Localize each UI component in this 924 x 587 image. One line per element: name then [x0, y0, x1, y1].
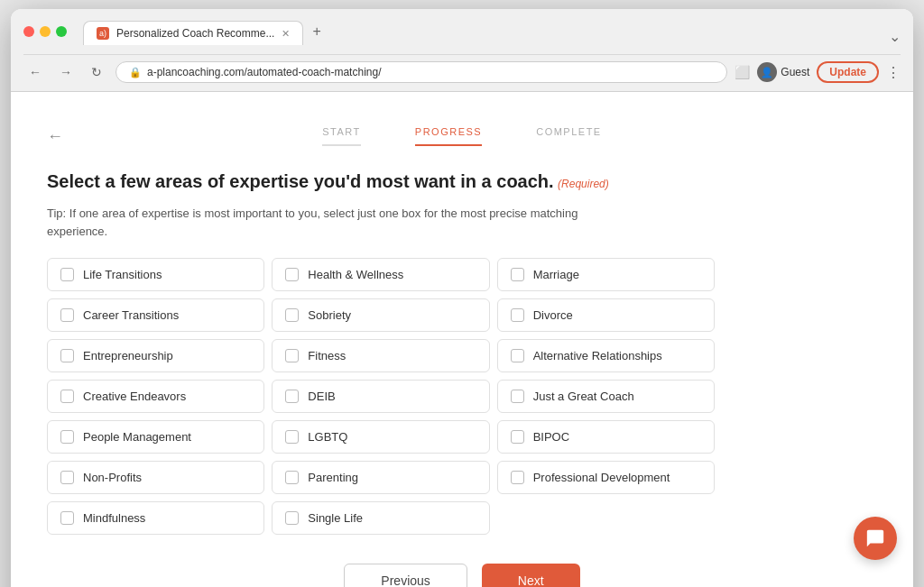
checkbox-box: [60, 471, 74, 484]
headline-container: Select a few areas of expertise you'd mo…: [47, 171, 877, 192]
checkbox-label: Career Transitions: [83, 308, 179, 322]
chat-icon: [865, 528, 885, 548]
next-button[interactable]: Next: [482, 564, 580, 587]
checkbox-label: Creative Endeavors: [83, 390, 186, 403]
checkbox-health-wellness[interactable]: Health & Wellness: [272, 258, 489, 291]
checkbox-box: [60, 511, 74, 525]
checkbox-label: Mindfulness: [83, 511, 145, 525]
checkbox-label: Marriage: [533, 268, 579, 281]
checkbox-label: People Management: [83, 430, 191, 444]
checkbox-just-a-great-coach[interactable]: Just a Great Coach: [497, 380, 715, 413]
screen-icon[interactable]: ⬜: [735, 65, 750, 79]
empty-cell: [497, 501, 715, 535]
checkbox-label: Alternative Relationships: [533, 349, 662, 362]
checkbox-box: [60, 268, 74, 281]
browser-menu-icon[interactable]: ⌄: [889, 28, 901, 45]
address-bar[interactable]: 🔒 a-plancoaching.com/automated-coach-mat…: [116, 61, 727, 83]
tip-text: Tip: If one area of expertise is most im…: [47, 205, 606, 240]
button-row: Previous Next: [47, 564, 877, 587]
step-complete[interactable]: COMPLETE: [536, 126, 602, 146]
checkbox-box: [60, 349, 74, 362]
checkbox-mindfulness[interactable]: Mindfulness: [47, 501, 264, 535]
checkbox-box: [285, 511, 299, 525]
checkbox-non-profits[interactable]: Non-Profits: [47, 461, 264, 494]
active-tab[interactable]: a) Personalized Coach Recomme... ✕: [83, 21, 303, 45]
guest-avatar: 👤: [757, 62, 777, 82]
checkbox-sobriety[interactable]: Sobriety: [272, 298, 489, 332]
checkbox-box: [511, 390, 524, 403]
checkbox-label: Fitness: [308, 349, 346, 362]
browser-titlebar: a) Personalized Coach Recomme... ✕ + ⌄ ←…: [11, 9, 913, 92]
browser-window: a) Personalized Coach Recomme... ✕ + ⌄ ←…: [11, 9, 913, 587]
checkbox-box: [285, 430, 299, 444]
expertise-grid: Life Transitions Health & Wellness Marri…: [47, 258, 715, 535]
checkbox-box: [511, 308, 524, 322]
progress-nav: ← START PROGRESS COMPLETE: [47, 110, 877, 146]
checkbox-box: [285, 390, 299, 403]
reload-button[interactable]: ↻: [85, 60, 108, 84]
nav-right-controls: ⬜ 👤 Guest Update ⋮: [735, 61, 901, 83]
checkbox-box: [285, 268, 299, 281]
step-start[interactable]: START: [322, 126, 361, 146]
checkbox-label: Entrepreneurship: [83, 349, 173, 362]
checkbox-label: Health & Wellness: [308, 268, 403, 281]
headline-text: Select a few areas of expertise you'd mo…: [47, 171, 554, 191]
checkbox-life-transitions[interactable]: Life Transitions: [47, 258, 264, 291]
required-label: (Required): [558, 178, 609, 190]
checkbox-label: Parenting: [308, 471, 358, 484]
checkbox-label: DEIB: [308, 390, 335, 403]
forward-nav-button[interactable]: →: [54, 60, 78, 84]
checkbox-label: Divorce: [533, 308, 573, 322]
guest-label: Guest: [781, 66, 809, 78]
maximize-button[interactable]: [56, 26, 67, 37]
step-progress[interactable]: PROGRESS: [415, 126, 482, 146]
checkbox-creative-endeavors[interactable]: Creative Endeavors: [47, 380, 264, 413]
browser-options-icon[interactable]: ⋮: [886, 64, 901, 81]
tab-bar: a) Personalized Coach Recomme... ✕ + ⌄: [83, 18, 901, 45]
checkbox-alternative-relationships[interactable]: Alternative Relationships: [497, 339, 715, 372]
checkbox-divorce[interactable]: Divorce: [497, 298, 715, 332]
checkbox-label: Single Life: [308, 511, 363, 525]
checkbox-entrepreneurship[interactable]: Entrepreneurship: [47, 339, 264, 372]
new-tab-button[interactable]: +: [303, 18, 329, 45]
guest-account-button[interactable]: 👤 Guest: [757, 62, 809, 82]
checkbox-professional-development[interactable]: Professional Development: [497, 461, 715, 494]
update-button[interactable]: Update: [817, 61, 879, 83]
checkbox-label: Professional Development: [533, 471, 670, 484]
checkbox-box: [60, 390, 74, 403]
checkbox-fitness[interactable]: Fitness: [272, 339, 489, 372]
checkbox-single-life[interactable]: Single Life: [272, 501, 489, 535]
nav-bar: ← → ↻ 🔒 a-plancoaching.com/automated-coa…: [23, 54, 901, 91]
checkbox-label: Sobriety: [308, 308, 351, 322]
back-nav-button[interactable]: ←: [23, 60, 47, 84]
window-controls: [23, 26, 67, 37]
chat-bubble-button[interactable]: [854, 517, 897, 560]
back-arrow-button[interactable]: ←: [47, 127, 63, 146]
checkbox-career-transitions[interactable]: Career Transitions: [47, 298, 264, 332]
checkbox-label: Just a Great Coach: [533, 390, 634, 403]
checkbox-box: [511, 268, 524, 281]
checkbox-box: [285, 349, 299, 362]
checkbox-lgbtq[interactable]: LGBTQ: [272, 420, 489, 454]
lock-icon: 🔒: [129, 67, 142, 78]
checkbox-label: Non-Profits: [83, 471, 142, 484]
checkbox-bipoc[interactable]: BIPOC: [497, 420, 715, 454]
checkbox-parenting[interactable]: Parenting: [272, 461, 489, 494]
checkbox-box: [60, 430, 74, 444]
checkbox-box: [285, 471, 299, 484]
checkbox-label: BIPOC: [533, 430, 569, 444]
tab-title: Personalized Coach Recomme...: [116, 27, 274, 40]
checkbox-marriage[interactable]: Marriage: [497, 258, 715, 291]
minimize-button[interactable]: [40, 26, 51, 37]
previous-button[interactable]: Previous: [344, 564, 467, 587]
close-button[interactable]: [23, 26, 34, 37]
page-content: ← START PROGRESS COMPLETE Select a few a…: [11, 92, 913, 587]
tab-close-icon[interactable]: ✕: [282, 28, 290, 40]
checkbox-box: [511, 349, 524, 362]
checkbox-people-management[interactable]: People Management: [47, 420, 264, 454]
checkbox-label: LGBTQ: [308, 430, 347, 444]
url-text: a-plancoaching.com/automated-coach-match…: [147, 66, 381, 78]
checkbox-deib[interactable]: DEIB: [272, 380, 489, 413]
progress-steps: START PROGRESS COMPLETE: [322, 126, 601, 146]
checkbox-box: [285, 308, 299, 322]
